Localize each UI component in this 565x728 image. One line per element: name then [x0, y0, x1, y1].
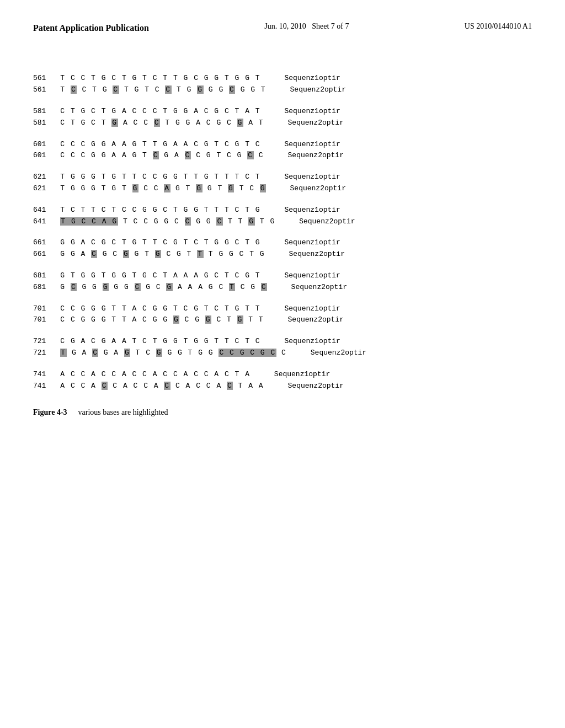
sequence-pair-601: 601 C C C G G A A G T T G A A C G T C G …: [33, 139, 532, 162]
sequence-pair-701: 701 C C G G G T T A C G G T C G T C T G …: [33, 303, 532, 326]
figure-description: various bases are highlighted: [78, 408, 168, 417]
sequence-line-721-2: 721 T G A C G A G T C G G G T G G C C G …: [33, 347, 532, 359]
sequence-line-641-1: 641 T C T T C T C C G G C T G G T T T C …: [33, 205, 532, 216]
sequence-line-601-2: 601 C C C G G A A G T C G A C C G T C G …: [33, 150, 532, 162]
publication-title: Patent Application Publication: [33, 22, 149, 34]
sequence-line-641-2: 641 T G C C A G T C C G G C C G G C T T …: [33, 216, 532, 228]
publication-date-sheet: Jun. 10, 2010 Sheet 7 of 7: [264, 22, 349, 31]
sequence-line-741-1: 741 A C C A C C A C C A C C A C C A C T …: [33, 369, 532, 381]
sequence-line-581-2: 581 C T G C T G A C C C T G G A C G C G …: [33, 117, 532, 129]
figure-caption: Figure 4-3 various bases are highlighted: [33, 408, 532, 417]
sequence-line-681-1: 681 G T G G T G G T G C T A A A G C T C …: [33, 270, 532, 282]
figure-label: Figure 4-3: [33, 408, 67, 417]
sequence-pair-741: 741 A C C A C C A C C A C C A C C A C T …: [33, 369, 532, 392]
sequence-pair-721: 721 C G A C G A A T C T G G T G G T T C …: [33, 336, 532, 359]
sequence-line-681-2: 681 G C G G G G G C G C G A A A G C T C …: [33, 282, 532, 293]
sequence-line-621-2: 621 T G G G T G T G C C A G T G G T G T …: [33, 183, 532, 195]
page: Patent Application Publication Jun. 10, …: [0, 0, 565, 728]
publication-number: US 2010/0144010 A1: [465, 22, 532, 31]
sequence-line-601-1: 601 C C C G G A A G T T G A A C G T C G …: [33, 139, 532, 151]
sequence-section: 561 T C C T G C T G T C T T G C G G T G …: [33, 73, 532, 392]
sequence-pair-681: 681 G T G G T G G T G C T A A A G C T C …: [33, 270, 532, 293]
sequence-pair-621: 621 T G G G T G T T C C G G T T G T T T …: [33, 172, 532, 195]
sequence-pair-581: 581 C T G C T G A C C C T G G A C G C T …: [33, 106, 532, 129]
sequence-line-701-2: 701 C C G G G T T A C G G G C G G C T G …: [33, 314, 532, 326]
sequence-line-581-1: 581 C T G C T G A C C C T G G A C G C T …: [33, 106, 532, 117]
sequence-line-741-2: 741 A C C A C C A C C A C C A C C A C T …: [33, 381, 532, 392]
sequence-line-621-1: 621 T G G G T G T T C C G G T T G T T T …: [33, 172, 532, 183]
sequence-line-721-1: 721 C G A C G A A T C T G G T G G T T C …: [33, 336, 532, 347]
page-header: Patent Application Publication Jun. 10, …: [33, 22, 532, 40]
sequence-line-561-1: 561 T C C T G C T G T C T T G C G G T G …: [33, 73, 532, 84]
sequence-pair-661: 661 G G A C G C T G T T C G T C T G G C …: [33, 237, 532, 260]
sequence-line-701-1: 701 C C G G G T T A C G G T C G T C T G …: [33, 303, 532, 315]
sequence-pair-641: 641 T C T T C T C C G G C T G G T T T C …: [33, 205, 532, 228]
sequence-line-661-2: 661 G G A C G C G G T G C G T T T G G C …: [33, 249, 532, 260]
sequence-line-561-2: 561 T C C T G C T G T C C T G G G G C G …: [33, 84, 532, 96]
sequence-line-661-1: 661 G G A C G C T G T T C G T C T G G C …: [33, 237, 532, 249]
sequence-pair-561: 561 T C C T G C T G T C T T G C G G T G …: [33, 73, 532, 96]
